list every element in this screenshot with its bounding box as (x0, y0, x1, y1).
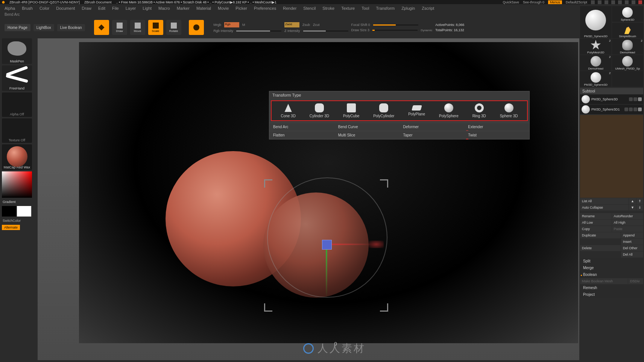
rename-button[interactable]: Rename (580, 213, 612, 219)
delete-button[interactable]: Delete (580, 245, 621, 251)
eye-icon[interactable] (638, 97, 642, 101)
seethrough-slider[interactable]: See-through 0 (523, 0, 544, 4)
subtool-row-1[interactable]: PM3D_Sphere3D1 (580, 105, 643, 115)
st-icon-1[interactable] (629, 97, 633, 101)
win-btn-close[interactable] (638, 0, 642, 4)
win-btn-5[interactable] (618, 0, 622, 4)
menu-zscript[interactable]: Zscript (422, 6, 434, 11)
menu-macro[interactable]: Macro (158, 6, 170, 11)
win-btn-1[interactable] (591, 0, 595, 4)
menu-stencil[interactable]: Stencil (303, 6, 316, 11)
shape-polyplane[interactable]: PolyPlane (408, 103, 425, 118)
menu-tool[interactable]: Tool (361, 6, 369, 11)
win-btn-7[interactable] (632, 0, 635, 4)
boolean-accordion[interactable]: Boolean (580, 271, 643, 278)
rgb-intensity-slider[interactable] (236, 30, 281, 32)
tool-pm3d-sphere[interactable]: PM3D_Sphere3D (580, 6, 612, 38)
menu-alpha[interactable]: Alpha (5, 6, 15, 11)
menu-marker[interactable]: Marker (177, 6, 190, 11)
def-extender[interactable]: Extender (464, 123, 529, 131)
home-page-button[interactable]: Home Page (5, 24, 30, 31)
win-btn-6[interactable] (625, 0, 629, 4)
tool-empty[interactable] (612, 71, 644, 87)
down2-arrow-button[interactable]: ⇓ (636, 204, 643, 211)
menu-file[interactable]: File (112, 6, 119, 11)
copy-button[interactable]: Copy (580, 226, 612, 232)
rotate-button[interactable]: Rotate (166, 20, 181, 35)
split-accordion[interactable]: Split (580, 258, 643, 264)
menu-transform[interactable]: Transform (376, 6, 395, 11)
lightbox-button[interactable]: LightBox (33, 24, 54, 31)
insert-button[interactable]: Insert (621, 239, 643, 245)
gizmo-button[interactable] (189, 20, 204, 35)
menu-stroke[interactable]: Stroke (322, 6, 334, 11)
menu-color[interactable]: Color (39, 6, 49, 11)
gradient-label[interactable]: Gradient (2, 199, 34, 204)
def-deformer[interactable]: Deformer (399, 123, 465, 131)
draw-button[interactable]: Draw (112, 20, 127, 35)
autoreorder-button[interactable]: AutoReorder (612, 213, 644, 219)
alpha-slot[interactable]: Alpha Off (2, 92, 32, 117)
draw-size-slider[interactable] (372, 30, 418, 31)
color-picker[interactable] (2, 171, 32, 198)
listall-button[interactable]: List All (580, 198, 629, 204)
menu-brush[interactable]: Brush (22, 6, 33, 11)
focal-shift-slider[interactable] (373, 24, 418, 26)
def-taper[interactable]: Taper (399, 131, 465, 139)
viewport[interactable]: 0 人人素材 Transform Type Cone 3D Cylinder 3… (38, 38, 631, 360)
menu-preferences[interactable]: Preferences (254, 6, 276, 11)
dynamic-label[interactable]: Dynamic (421, 29, 432, 32)
down-arrow-button[interactable]: ▼ (629, 204, 636, 211)
menu-movie[interactable]: Movie (218, 6, 229, 11)
def-multislice[interactable]: Multi Slice (334, 131, 399, 139)
texture-slot[interactable]: Texture Off (2, 118, 32, 143)
subtool-row-0[interactable]: PM3D_Sphere3D (580, 94, 643, 105)
append-button[interactable]: Append (621, 232, 643, 238)
autocollapse-button[interactable]: Auto Collapse (580, 204, 629, 211)
gizmo-y-axis[interactable] (326, 245, 327, 298)
tool-simplebrush[interactable]: SimpleBrush (612, 23, 644, 38)
win-btn-4[interactable] (611, 0, 615, 4)
makebool-button[interactable]: Make Boolean Mesh (580, 278, 628, 284)
menu-picker[interactable]: Picker (235, 6, 247, 11)
alternate-button[interactable]: Alternate (2, 225, 20, 230)
st-icon-3[interactable] (633, 108, 637, 111)
edit-button[interactable] (94, 20, 109, 35)
gizmo-center[interactable] (322, 240, 332, 250)
switch-color-button[interactable]: SwitchColor (2, 218, 34, 223)
tool-polymesh3d[interactable]: 2PolyMesh3D (580, 39, 612, 55)
allhigh-button[interactable]: All High (612, 220, 644, 226)
scale-button[interactable]: Scale (148, 20, 163, 35)
def-bendarc[interactable]: Bend Arc (269, 123, 334, 131)
win-btn-2[interactable] (598, 0, 601, 4)
win-btn-3[interactable] (605, 0, 608, 4)
shape-cylinder3d[interactable]: Cylinder 3D (310, 103, 329, 118)
shape-ring3d[interactable]: Ring 3D (472, 103, 486, 118)
menu-zplugin[interactable]: Zplugin (401, 6, 415, 11)
merge-accordion[interactable]: Merge (580, 265, 643, 271)
tool-demohead2[interactable]: 2DemoHead (580, 55, 612, 71)
up2-arrow-button[interactable]: ⇑ (636, 198, 643, 204)
gizmo-ring[interactable] (267, 177, 387, 298)
menus-button[interactable]: Menus (548, 0, 562, 4)
menu-render[interactable]: Render (283, 6, 296, 11)
st-icon-2[interactable] (633, 97, 637, 101)
alllow-button[interactable]: All Low (580, 220, 612, 226)
menu-material[interactable]: Material (196, 6, 211, 11)
remesh-accordion[interactable]: Remesh (580, 285, 643, 291)
project-accordion[interactable]: Project (580, 291, 643, 298)
paste-button[interactable]: Paste (612, 226, 644, 232)
gizmo-x-axis[interactable] (327, 244, 372, 245)
rgb-swatch[interactable]: Rgb (224, 22, 239, 27)
up-arrow-button[interactable]: ▲ (629, 198, 636, 204)
menu-document[interactable]: Document (56, 6, 75, 11)
tool-pm3d-sphere2[interactable]: 2PM3D_Sphere3D (580, 71, 612, 87)
dsdiv-button[interactable]: DSDiv (628, 278, 643, 284)
swatch-black[interactable] (2, 206, 16, 217)
tool-umesh[interactable]: UMesh_PM3D_Sp (612, 55, 644, 71)
tool-sphere3d[interactable]: Sphere3D (612, 6, 644, 22)
m-label[interactable]: M (242, 23, 245, 27)
tool-demohead[interactable]: 2DemoHead (612, 39, 644, 55)
material-thumbnail[interactable]: MatCap Red Wax (2, 144, 32, 170)
def-twist[interactable]: Twist (464, 131, 529, 139)
